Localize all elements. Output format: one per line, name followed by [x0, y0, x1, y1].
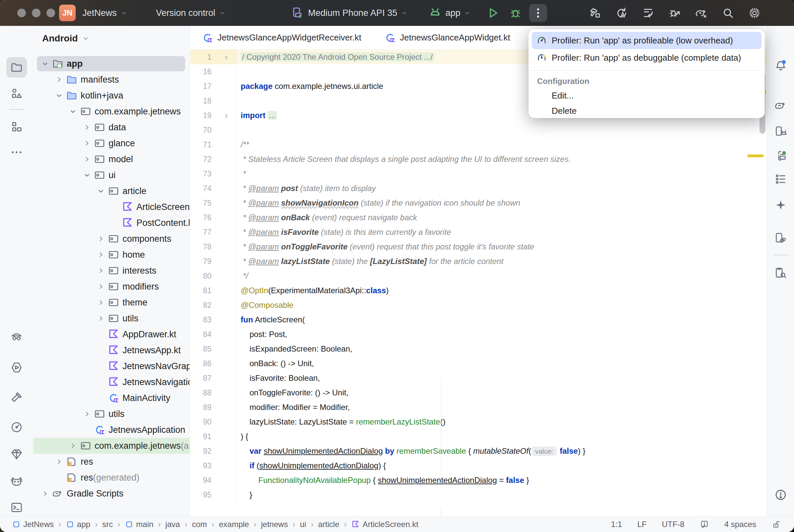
unlocked-icon[interactable]	[772, 520, 781, 529]
sync-button[interactable]	[613, 4, 631, 22]
tree-item-model[interactable]: model	[34, 151, 190, 167]
tree-item-utils[interactable]: utils	[34, 310, 190, 326]
breadcrumb-article[interactable]: article	[318, 520, 339, 529]
tool-device-manager-button[interactable]	[771, 121, 791, 141]
breadcrumb-jetnews[interactable]: jetnews	[261, 520, 288, 529]
fold-marker[interactable]: ›	[216, 108, 237, 123]
tree-item-glance[interactable]: glance	[34, 135, 190, 151]
popup-item-1[interactable]: Profiler: Run 'app' as debuggable (compl…	[532, 49, 761, 66]
tool-terminal-button[interactable]	[6, 497, 27, 518]
breadcrumb-ui[interactable]: ui	[300, 520, 307, 529]
line-number[interactable]: 74	[190, 181, 216, 196]
tool-app-inspection-button[interactable]	[6, 327, 27, 347]
tree-item-articlescreen-kt[interactable]: ArticleScreen.kt	[34, 199, 190, 215]
line-number[interactable]: 88	[190, 385, 216, 400]
tool-app-quality-insights-button[interactable]	[6, 444, 27, 465]
tool-device-explorer-button[interactable]	[771, 263, 791, 283]
code-area[interactable]: 1›/ Copyright 2020 The Android Open Sour…	[190, 50, 767, 516]
tree-item-data[interactable]: data	[34, 119, 190, 135]
line-number[interactable]: 70	[190, 123, 216, 137]
run-config-selector[interactable]: app	[428, 0, 471, 26]
tree-item-utils[interactable]: utils	[34, 406, 190, 422]
breadcrumb-example[interactable]: example	[219, 520, 249, 529]
project-view-selector[interactable]: Android	[42, 33, 78, 44]
tree-item-postcontent-kt[interactable]: PostContent.kt	[34, 215, 190, 231]
tree-item-theme[interactable]: theme	[34, 294, 190, 310]
macos-close-button[interactable]	[17, 8, 26, 17]
tool-project-folder-button[interactable]	[6, 57, 27, 78]
tree-item-jetnewsnavigation[interactable]: JetnewsNavigation	[34, 374, 190, 390]
line-number[interactable]: 89	[190, 400, 216, 415]
tree-item-com-example-jetnews[interactable]: com.example.jetnews (an	[34, 438, 190, 454]
line-number[interactable]: 16	[190, 64, 216, 79]
tree-item-ui[interactable]: ui	[34, 167, 190, 183]
more-run-options-button[interactable]	[529, 4, 547, 22]
breadcrumb-src[interactable]: src	[102, 520, 113, 529]
line-number[interactable]: 75	[190, 196, 216, 210]
tree-item-interests[interactable]: interests	[34, 263, 190, 279]
editor-tab-0[interactable]: JetnewsGlanceAppWidgetReceiver.kt	[190, 26, 373, 50]
popup-item-0[interactable]: Profiler: Run 'app' as profileable (low …	[532, 32, 761, 49]
version-control-menu[interactable]: Version control	[156, 0, 226, 26]
tool-resource-manager-button[interactable]	[6, 83, 27, 104]
line-number[interactable]: 94	[190, 473, 216, 488]
tool-running-devices-button[interactable]	[771, 146, 791, 166]
tool-structure-button[interactable]	[6, 117, 27, 137]
popup-action-0[interactable]: Edit...	[529, 88, 765, 103]
line-number[interactable]: 87	[190, 371, 216, 385]
line-number[interactable]: 83	[190, 312, 216, 327]
tree-item-res[interactable]: res	[34, 454, 190, 470]
tool-build-button[interactable]	[6, 387, 27, 407]
tree-item-mainactivity[interactable]: MainActivity	[34, 390, 190, 406]
line-number[interactable]: 71	[190, 137, 216, 152]
tree-item-modifiers[interactable]: modifiers	[34, 279, 190, 294]
tool-problems-button[interactable]	[771, 484, 791, 505]
caret-position[interactable]: 1:1	[611, 520, 622, 529]
breadcrumb-java[interactable]: java	[165, 520, 180, 529]
line-number[interactable]: 76	[190, 210, 216, 225]
line-number[interactable]: 17	[190, 79, 216, 94]
fold-marker[interactable]: ›	[216, 50, 237, 64]
line-number[interactable]: 92	[190, 444, 216, 458]
tool-logcat-button[interactable]	[6, 471, 27, 492]
file-encoding[interactable]: UTF-8	[662, 520, 684, 529]
tree-item-app[interactable]: app	[34, 56, 190, 72]
tree-item-components[interactable]: components	[34, 231, 190, 247]
run-button[interactable]	[484, 4, 502, 22]
tree-item-kotlin-java[interactable]: kotlin+java	[34, 88, 190, 103]
tree-item-jetnewsapp-kt[interactable]: JetnewsApp.kt	[34, 342, 190, 358]
line-number[interactable]: 79	[190, 254, 216, 269]
macos-minimize-button[interactable]	[32, 8, 40, 17]
line-number[interactable]: 93	[190, 458, 216, 473]
tree-item-article[interactable]: article	[34, 183, 190, 199]
line-number[interactable]: 73	[190, 167, 216, 181]
line-number[interactable]: 85	[190, 342, 216, 356]
line-number[interactable]: 18	[190, 94, 216, 108]
rerun-tasks-button[interactable]	[639, 4, 657, 22]
breadcrumb-articlescreen-kt[interactable]: ArticleScreen.kt	[351, 520, 418, 529]
build-button[interactable]	[586, 4, 604, 22]
popup-action-1[interactable]: Delete	[529, 103, 765, 118]
line-separator[interactable]: LF	[637, 520, 647, 529]
tree-item-manifests[interactable]: manifests	[34, 72, 190, 88]
line-number[interactable]: 78	[190, 240, 216, 254]
tree-item-jetnewsnavgraph-kt[interactable]: JetnewsNavGraph.kt	[34, 358, 190, 374]
search-everywhere-button[interactable]	[719, 4, 737, 22]
tree-item-jetnewsapplication[interactable]: JetnewsApplication	[34, 422, 190, 438]
line-number[interactable]: 82	[190, 298, 216, 312]
tree-item-appdrawer-kt[interactable]: AppDrawer.kt	[34, 326, 190, 342]
line-number[interactable]: 77	[190, 225, 216, 240]
tree-item-gradle-scripts[interactable]: Gradle Scripts	[34, 486, 190, 501]
line-number[interactable]: 1	[190, 50, 216, 64]
user-avatar[interactable]	[772, 4, 789, 21]
tool-more-button[interactable]	[6, 142, 27, 163]
line-number[interactable]: 19	[190, 108, 216, 123]
line-number[interactable]: 86	[190, 356, 216, 371]
indent-setting[interactable]: 4 spaces	[724, 520, 756, 529]
line-number[interactable]: 95	[190, 488, 216, 502]
line-number[interactable]: 84	[190, 327, 216, 342]
editor-tab-1[interactable]: JetnewsGlanceAppWidget.kt	[373, 26, 521, 50]
tree-item-home[interactable]: home	[34, 247, 190, 263]
line-number[interactable]: 81	[190, 283, 216, 298]
tool-device-mirror-button[interactable]	[771, 228, 791, 248]
